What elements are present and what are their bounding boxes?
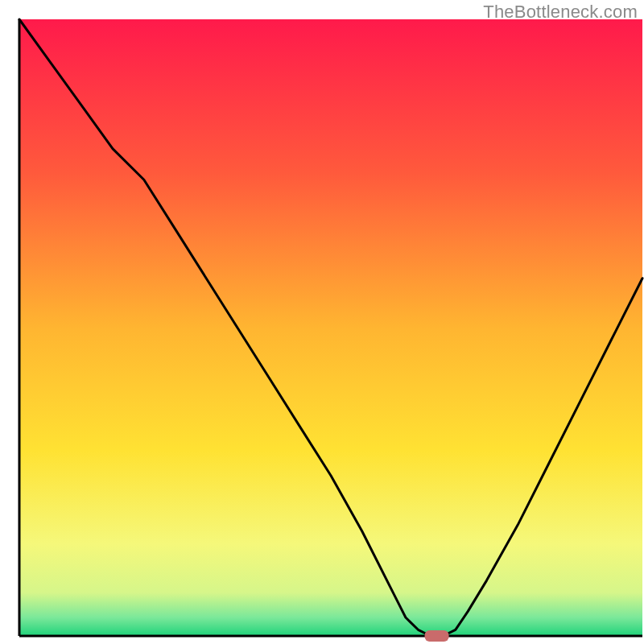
optimum-marker [425,630,449,642]
watermark-text: TheBottleneck.com [483,2,638,23]
plot-background [19,19,642,636]
bottleneck-chart [0,0,644,644]
chart-frame: TheBottleneck.com [0,0,644,644]
